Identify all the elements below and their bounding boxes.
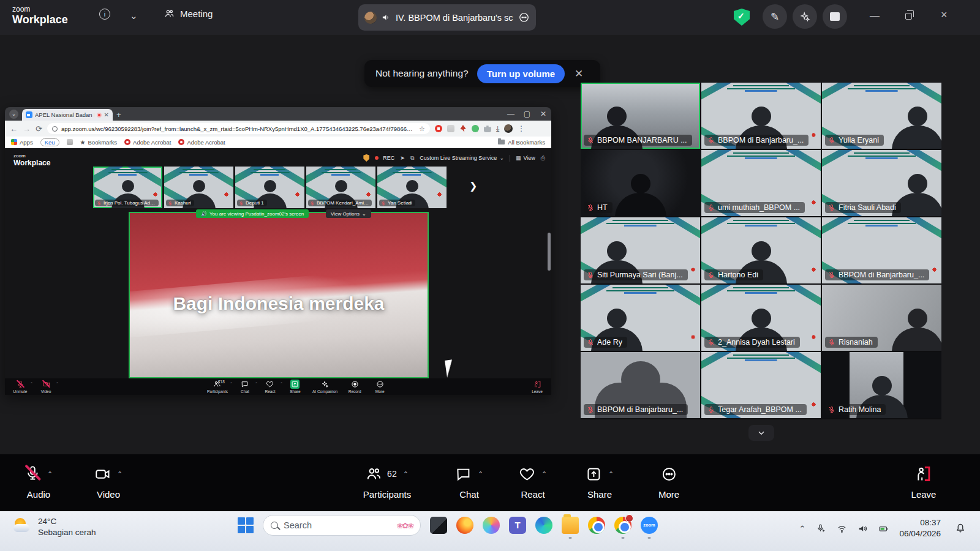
close-button[interactable]: × <box>941 9 948 20</box>
firefox-icon[interactable] <box>456 517 473 534</box>
chat-options-chevron[interactable]: ⌃ <box>478 470 483 478</box>
participant-tile[interactable]: Ade Ry <box>581 285 700 351</box>
volume-icon[interactable] <box>858 523 868 534</box>
grid-next-page-button[interactable] <box>748 425 774 441</box>
minimize-button[interactable]: — <box>870 11 880 21</box>
site-info-icon[interactable] <box>52 126 58 132</box>
inner-more-button[interactable]: More ⌃ <box>372 380 388 394</box>
participant-tile[interactable]: Ratih Molina <box>822 352 941 418</box>
inner-chat-button[interactable]: Chat ⌃ <box>237 380 253 394</box>
participant-tile[interactable]: BBPOM di Banjarbaru_... <box>581 352 700 418</box>
participant-tile[interactable]: Tegar Arafah_BBPOM ... <box>701 352 821 418</box>
filmstrip-tile[interactable]: Kashuri <box>164 167 233 208</box>
view-options-button[interactable]: View Options⌄ <box>326 209 371 218</box>
inner-participants-button[interactable]: Participants 718 ⌃ <box>207 380 228 394</box>
audio-button[interactable]: ⌃ Audio <box>24 463 53 500</box>
browser-profile-avatar[interactable] <box>504 124 513 133</box>
browser-scrollbar-thumb[interactable] <box>548 233 551 271</box>
tab-meeting[interactable]: Meeting <box>164 9 213 19</box>
address-bar[interactable]: app.zoom.us/wc/96230592283/join?ref_from… <box>47 123 430 134</box>
participant-tile[interactable]: 2_Annisa Dyah Lestari <box>701 285 821 351</box>
filmstrip-tile[interactable]: BBPOM Kendari_Amirah <box>306 167 375 208</box>
share-options-chevron[interactable]: ⌃ <box>608 470 614 478</box>
participant-tile[interactable]: Siti Purmaya Sari (Banj... <box>581 217 700 283</box>
browser-menu-icon[interactable]: ⋮ <box>518 124 525 133</box>
participant-tile[interactable]: BBPOM di Banjarbaru_... <box>701 83 821 149</box>
extension-icon[interactable] <box>435 125 442 132</box>
view-layout-button[interactable] <box>823 4 847 29</box>
browser-close-button[interactable]: ✕ <box>540 110 546 118</box>
inner-unmute-button[interactable]: Unmute ⌃ <box>12 380 28 394</box>
filmstrip-tile[interactable]: Irjen Pol. Tubagus Ade Hi... <box>93 167 162 208</box>
tray-chevron-icon[interactable]: ⌃ <box>799 524 806 533</box>
toast-close-icon[interactable]: ✕ <box>575 67 583 80</box>
participant-tile[interactable]: Fitria Sauli Abadi <box>822 150 941 216</box>
filmstrip-tile[interactable]: Yan Setiadi <box>377 167 447 208</box>
inner-share-button[interactable]: Share ⌃ <box>287 380 303 394</box>
edge-icon[interactable] <box>535 517 552 534</box>
more-button[interactable]: More <box>658 463 679 500</box>
video-options-chevron[interactable]: ⌃ <box>117 470 123 478</box>
bookmark-apps[interactable]: Apps <box>11 139 33 146</box>
forward-icon[interactable]: → <box>23 124 31 133</box>
chevron-down-icon[interactable]: ⌄ <box>130 10 138 21</box>
participant-tile[interactable]: Yulia Eryani <box>822 83 941 149</box>
security-shield-icon[interactable] <box>734 9 750 26</box>
tab-close-icon[interactable]: ✕ <box>104 111 109 118</box>
bookmark-bookmarks[interactable]: ★Bookmarks <box>80 139 117 146</box>
copilot-icon[interactable] <box>483 517 500 534</box>
start-button[interactable] <box>238 517 254 533</box>
annotate-button[interactable]: ✎ <box>763 4 787 29</box>
browser-restore-button[interactable]: ▢ <box>524 110 530 118</box>
extension-icon[interactable] <box>472 125 479 132</box>
participant-tile[interactable]: HT <box>581 150 700 216</box>
chrome-profile-icon[interactable] <box>614 517 631 534</box>
participant-tile[interactable]: Risnaniah <box>822 285 941 351</box>
tab-active-meeting[interactable]: IV. BBPOM di Banjarbaru's sc <box>358 4 536 31</box>
battery-icon[interactable] <box>878 523 889 534</box>
ai-companion-button[interactable] <box>793 4 817 29</box>
weather-widget[interactable]: 24°CSebagian cerah <box>13 516 96 538</box>
bookmark-keu[interactable]: Keu <box>40 138 59 146</box>
back-icon[interactable]: ← <box>10 124 18 133</box>
participants-button[interactable]: 62 ⌃ Participants <box>363 463 411 500</box>
leave-button[interactable]: Leave <box>911 463 937 500</box>
chat-button[interactable]: ⌃ Chat <box>455 463 483 500</box>
audio-options-chevron[interactable]: ⌃ <box>47 470 53 478</box>
downloads-icon[interactable]: ⤓ <box>496 124 499 133</box>
tab-search-chevron[interactable]: ⌄ <box>9 110 18 119</box>
react-button[interactable]: ⌃ React <box>519 463 547 500</box>
browser-minimize-button[interactable]: — <box>507 110 514 118</box>
taskbar-clock[interactable]: 08:37 06/04/2026 <box>899 517 941 539</box>
bookmark-star-icon[interactable]: ☆ <box>419 125 425 133</box>
more-options-icon[interactable] <box>518 12 530 23</box>
task-view-button[interactable] <box>430 517 447 534</box>
taskbar-search[interactable]: Search ❀✿❀ <box>263 515 421 536</box>
all-bookmarks[interactable]: All Bookmarks <box>498 139 545 146</box>
teams-icon[interactable] <box>509 517 526 534</box>
view-button[interactable]: ▦View <box>516 155 535 161</box>
inner-video-button[interactable]: Video ⌃ <box>38 380 54 394</box>
turn-up-volume-button[interactable]: Turn up volume <box>477 64 565 83</box>
live-streaming-label[interactable]: Custom Live Streaming Service⌄ <box>420 155 504 161</box>
restore-button[interactable] <box>905 13 912 20</box>
participant-tile[interactable]: Hartono Edi <box>701 217 821 283</box>
filmstrip-next-icon[interactable]: ❯ <box>469 180 477 192</box>
participant-tile[interactable]: BBPOM di Banjarbaru_... <box>822 217 941 283</box>
bookmark-grid-icon[interactable] <box>67 139 73 145</box>
inner-leave-button[interactable]: Leave ⌃ <box>529 380 545 394</box>
participants-options-chevron[interactable]: ⌃ <box>403 470 409 478</box>
chrome-icon[interactable] <box>588 517 605 534</box>
browser-tab[interactable]: APEL Nasional Badan Peng... ✕ <box>22 109 113 121</box>
info-icon[interactable]: i <box>99 9 110 20</box>
share-button[interactable]: ⌃ Share <box>586 463 614 500</box>
notification-bell-icon[interactable] <box>954 521 967 536</box>
participant-tile[interactable]: umi muthiah_BBPOM ... <box>701 150 821 216</box>
bookmark-adobe-2[interactable]: Adobe Acrobat <box>178 139 225 146</box>
video-button[interactable]: ⌃ Video <box>94 463 123 500</box>
reload-icon[interactable]: ⟳ <box>36 124 42 133</box>
bookmark-adobe-1[interactable]: Adobe Acrobat <box>124 139 171 146</box>
mic-pointer-icon[interactable] <box>816 523 826 534</box>
extensions-puzzle-icon[interactable] <box>484 125 491 132</box>
inner-react-button[interactable]: React ⌃ <box>262 380 278 394</box>
